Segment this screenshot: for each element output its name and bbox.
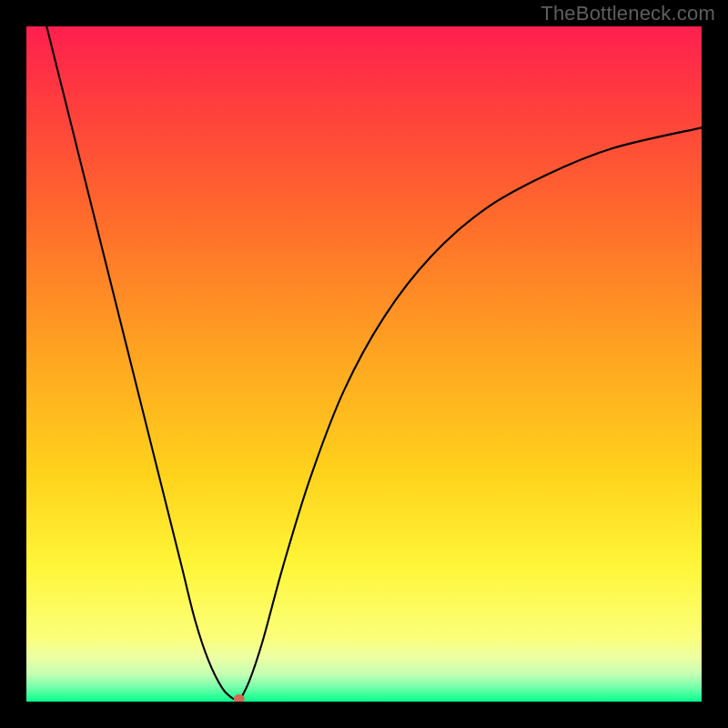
gradient-background — [26, 26, 702, 702]
plot-svg — [26, 26, 702, 702]
chart-frame: TheBottleneck.com — [0, 0, 728, 728]
watermark-text: TheBottleneck.com — [541, 2, 715, 25]
plot-area — [26, 26, 702, 702]
